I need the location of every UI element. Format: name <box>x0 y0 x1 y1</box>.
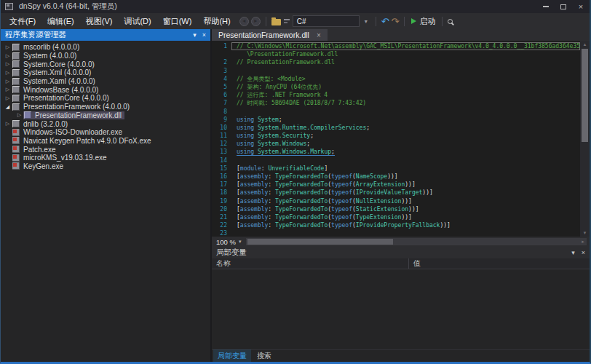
tree-item-labelwrap[interactable]: System.Xaml (4.0.0.0) <box>12 77 98 85</box>
menu-item-4[interactable]: 调试(D) <box>118 14 156 29</box>
menu-item-1[interactable]: 文件(F) <box>4 14 41 29</box>
tree-item-labelwrap[interactable]: dnlib (3.2.0.0) <box>12 120 71 128</box>
menu-item-5[interactable]: 窗口(W) <box>157 14 198 29</box>
horizontal-scrollbar-thumb[interactable] <box>247 239 393 245</box>
chevron-collapsed-icon[interactable]: ▷ <box>4 87 12 92</box>
search-icon[interactable] <box>448 19 453 24</box>
menu-item-3[interactable]: 视图(V) <box>80 14 119 29</box>
column-header-name[interactable]: 名称 <box>212 258 408 269</box>
minimize-button[interactable] <box>537 0 555 13</box>
scroll-right-icon[interactable]: ▸ <box>579 238 587 245</box>
code-line-text: // 全局类型: <Module> <box>231 75 580 83</box>
chevron-collapsed-icon[interactable]: ▷ <box>4 121 12 127</box>
code-line-text: [assembly: TypeForwardedTo(typeof(NameSc… <box>231 173 580 181</box>
zoom-dropdown-icon[interactable]: ▾ <box>239 239 242 245</box>
panel-close-icon[interactable]: × <box>202 31 206 39</box>
assembly-icon <box>12 103 20 111</box>
tree-item-label: dnlib (3.2.0.0) <box>23 120 68 128</box>
chevron-collapsed-icon[interactable]: ▷ <box>4 95 12 101</box>
line-number: 21 <box>212 213 231 221</box>
tree-item[interactable]: KeyGen.exe <box>1 162 210 171</box>
chevron-collapsed-icon[interactable]: ▷ <box>15 112 23 118</box>
toolbar-separator <box>442 17 443 26</box>
document-tab[interactable]: PresentationFramework.dll × <box>212 29 328 41</box>
scroll-down-icon[interactable]: ▼ <box>580 229 590 237</box>
tree-item-labelwrap[interactable]: Navicat Keygen Patch v4.9.0 DFoX.exe <box>12 137 154 145</box>
menu-item-2[interactable]: 编辑(E) <box>41 14 80 29</box>
tree-item[interactable]: ▷mscorlib (4.0.0.0) <box>1 43 210 52</box>
tree-item-labelwrap[interactable]: PresentationCore (4.0.0.0) <box>12 94 112 102</box>
maximize-button[interactable] <box>555 0 572 13</box>
language-select-dropdown-icon[interactable]: ▾ <box>362 18 370 25</box>
code-line: 17[assembly: TypeForwardedTo(typeof(Arra… <box>212 181 580 189</box>
vertical-scrollbar-thumb[interactable] <box>582 49 588 142</box>
code-editor[interactable]: 1// C:\Windows\Microsoft.Net\assembly\GA… <box>212 41 590 237</box>
redo-icon[interactable]: ↷ <box>392 17 400 26</box>
tree-item-label: System.Xaml (4.0.0.0) <box>23 77 95 85</box>
chevron-expanded-icon[interactable]: ◢ <box>4 104 12 110</box>
tree-item[interactable]: Windows-ISO-Downloader.exe <box>1 128 210 137</box>
content-area: 程序集资源管理器 ▾ × ▷mscorlib (4.0.0.0)▷System … <box>1 29 590 362</box>
tree-item-labelwrap[interactable]: System.Xml (4.0.0.0) <box>12 68 94 76</box>
locals-panel-body[interactable] <box>212 269 590 349</box>
tree-item-labelwrap[interactable]: System.Core (4.0.0.0) <box>12 60 98 68</box>
bottom-tab-2[interactable]: 搜索 <box>253 349 276 363</box>
vertical-scrollbar[interactable]: ▲ ▼ <box>580 41 590 237</box>
tree-item[interactable]: ▷WindowsBase (4.0.0.0) <box>1 85 210 94</box>
bottom-tab-1[interactable]: 局部变量 <box>213 349 251 363</box>
chevron-collapsed-icon[interactable]: ▷ <box>4 53 12 59</box>
horizontal-scrollbar[interactable]: ▸ <box>246 238 587 245</box>
tree-item-labelwrap[interactable]: mscorlib (4.0.0.0) <box>12 43 82 51</box>
scroll-up-icon[interactable]: ▲ <box>580 41 590 48</box>
locals-panel-title: 局部变量 <box>216 248 247 258</box>
chevron-collapsed-icon[interactable]: ▷ <box>4 70 12 76</box>
panel-menu-icon[interactable]: ▾ <box>193 31 197 39</box>
tree-item[interactable]: ◢PresentationFramework (4.0.0.0) <box>1 103 210 111</box>
chevron-collapsed-icon[interactable]: ▷ <box>4 44 12 50</box>
tree-item[interactable]: ▷PresentationFramework.dll <box>1 111 210 120</box>
column-header-value[interactable]: 值 <box>409 258 590 269</box>
undo-icon[interactable]: ↶ <box>381 17 389 26</box>
tree-item[interactable]: ▷System.Core (4.0.0.0) <box>1 60 210 68</box>
tree-item[interactable]: ▷PresentationCore (4.0.0.0) <box>1 94 210 103</box>
tree-item[interactable]: ▷System (4.0.0.0) <box>1 52 210 60</box>
exe-icon <box>12 162 20 170</box>
code-line-text: [assembly: TypeForwardedTo(typeof(IProvi… <box>231 189 580 197</box>
start-button[interactable]: 启动 <box>410 16 437 27</box>
dnspy-window: dnSpy v6.0.4 (64-bit, 管理员) × 文件(F)编辑(E)视… <box>0 0 591 364</box>
assembly-icon <box>12 120 20 127</box>
tree-item[interactable]: ▷dnlib (3.2.0.0) <box>1 119 210 128</box>
tree-item[interactable]: Navicat Keygen Patch v4.9.0 DFoX.exe <box>1 137 210 146</box>
tree-item[interactable]: ▷System.Xml (4.0.0.0) <box>1 68 210 77</box>
code-line: 15[module: UnverifiableCode] <box>212 165 580 173</box>
tree-item-labelwrap[interactable]: KeyGen.exe <box>12 162 66 170</box>
tree-item-labelwrap[interactable]: Patch.exe <box>12 146 58 154</box>
tree-item-labelwrap[interactable]: PresentationFramework.dll <box>23 111 124 119</box>
navigate-back-icon[interactable]: ◂ <box>239 17 249 26</box>
chevron-collapsed-icon[interactable]: ▷ <box>4 79 12 84</box>
code-line: 21[assembly: TypeForwardedTo(typeof(Type… <box>212 213 580 221</box>
language-select[interactable]: C# <box>293 15 360 27</box>
tree-item[interactable]: microKMS_v19.03.19.exe <box>1 154 210 162</box>
locals-menu-icon[interactable]: ▾ <box>571 249 575 256</box>
assembly-icon <box>12 69 20 76</box>
tree-item-label: PresentationFramework (4.0.0.0) <box>23 103 130 111</box>
menu-item-6[interactable]: 帮助(H) <box>197 14 236 29</box>
tree-item-labelwrap[interactable]: System (4.0.0.0) <box>12 52 79 60</box>
chevron-collapsed-icon[interactable]: ▷ <box>4 61 12 67</box>
code-line: 9using System; <box>212 116 580 124</box>
locals-close-icon[interactable]: × <box>582 249 585 256</box>
tree-item-labelwrap[interactable]: microKMS_v19.03.19.exe <box>12 154 110 162</box>
tree-item[interactable]: Patch.exe <box>1 145 210 154</box>
tree-item-labelwrap[interactable]: WindowsBase (4.0.0.0) <box>12 86 101 94</box>
tree-item[interactable]: ▷System.Xaml (4.0.0.0) <box>1 77 210 86</box>
close-button[interactable]: × <box>572 0 590 13</box>
zoom-level[interactable]: 100 % <box>216 238 236 246</box>
tab-close-icon[interactable]: × <box>317 31 321 39</box>
tree-item-labelwrap[interactable]: PresentationFramework (4.0.0.0) <box>12 103 132 111</box>
navigate-forward-icon[interactable]: ▸ <box>251 17 261 26</box>
open-file-icon[interactable] <box>271 19 281 25</box>
code-line: 12using System.Windows; <box>212 140 580 148</box>
word-wrap-icon[interactable] <box>283 17 290 25</box>
tree-item-labelwrap[interactable]: Windows-ISO-Downloader.exe <box>12 128 125 136</box>
